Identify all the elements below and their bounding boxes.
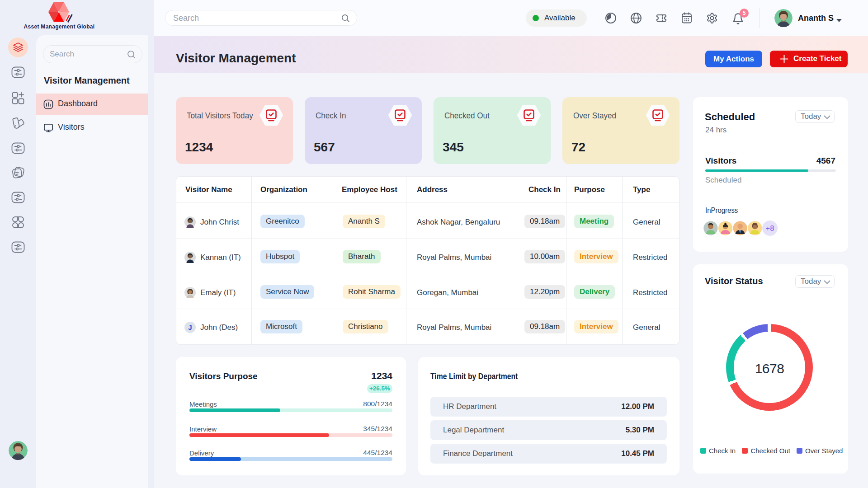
svg-text:+8: +8	[766, 224, 774, 232]
